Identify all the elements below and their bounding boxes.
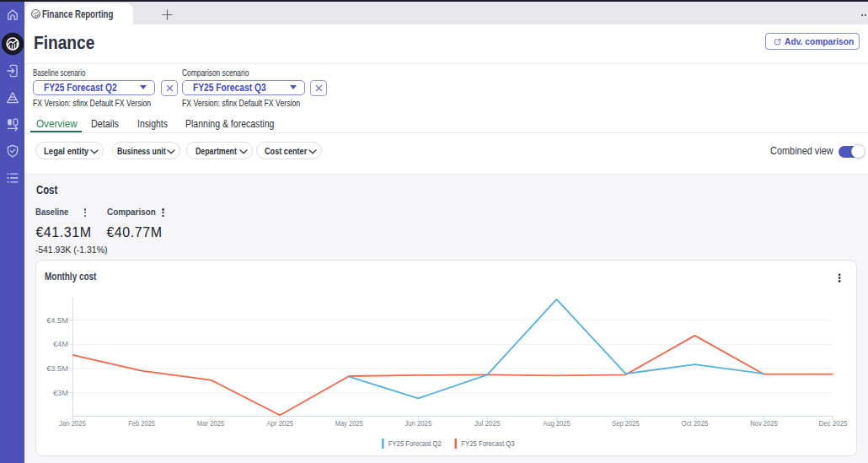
svg-text:May 2025: May 2025	[335, 418, 362, 427]
svg-text:Oct 2025: Oct 2025	[681, 418, 708, 427]
svg-text:€4M: €4M	[52, 340, 67, 348]
svg-text:Apr 2025: Apr 2025	[266, 418, 293, 427]
svg-text:Sep 2025: Sep 2025	[612, 418, 640, 427]
svg-text:Mar 2025: Mar 2025	[196, 418, 224, 427]
svg-text:Dec 2025: Dec 2025	[818, 418, 847, 427]
svg-text:Jan 2025: Jan 2025	[59, 418, 86, 427]
svg-text:Nov 2025: Nov 2025	[750, 418, 778, 427]
svg-text:Jun 2025: Jun 2025	[405, 418, 431, 427]
svg-text:FY25 Forecast Q2: FY25 Forecast Q2	[388, 439, 441, 447]
svg-text:Feb 2025: Feb 2025	[128, 418, 155, 427]
svg-text:Jul 2025: Jul 2025	[474, 418, 501, 427]
svg-text:Aug 2025: Aug 2025	[543, 418, 571, 427]
svg-text:€3.5M: €3.5M	[46, 363, 68, 372]
svg-text:€3M: €3M	[52, 388, 67, 396]
svg-text:FY25 Forecast Q3: FY25 Forecast Q3	[461, 439, 514, 447]
svg-text:€4.5M: €4.5M	[46, 315, 68, 324]
